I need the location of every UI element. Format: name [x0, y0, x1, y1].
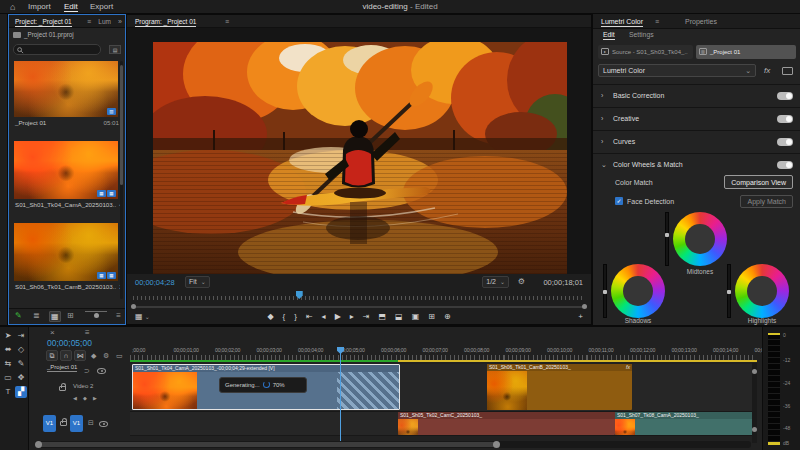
track-lock-icon[interactable]	[60, 421, 67, 426]
program-zoom-scrollbar[interactable]	[131, 304, 587, 309]
project-file-row[interactable]: _Project 01.prproj	[13, 31, 74, 38]
overflow-chevron-icon[interactable]: »	[118, 18, 122, 25]
project-item-sequence[interactable]: ▥ _Project 0105:01	[14, 61, 120, 126]
panel-menu-icon[interactable]: ≡	[655, 18, 659, 25]
comparison-view-icon[interactable]: ⊞	[428, 312, 435, 321]
lift-icon[interactable]: ⬒	[379, 312, 387, 321]
source-patch-icon[interactable]: ⊃	[84, 367, 90, 375]
track-v2-lane[interactable]: S01_Sh01_Tk04_CamA_20250103_-00;00;04;29…	[130, 364, 757, 412]
zoom-level-dropdown[interactable]: Fit⌄	[185, 276, 210, 288]
tab-project[interactable]: Project: _Project 01	[15, 18, 72, 27]
scroll-handle-left[interactable]	[131, 304, 136, 309]
proxy-toggle-icon[interactable]: ⊕	[444, 312, 451, 321]
section-curves[interactable]: › Curves	[593, 130, 800, 152]
section-color-wheels[interactable]: ⌄ Color Wheels & Match	[593, 153, 800, 175]
subtab-edit[interactable]: Edit	[603, 31, 615, 40]
chevron-right-icon[interactable]: ›	[601, 138, 603, 145]
section-creative[interactable]: › Creative	[593, 107, 800, 129]
scroll-handle-left[interactable]	[35, 441, 42, 448]
play-icon[interactable]: ▶	[335, 312, 341, 321]
project-item-clip2[interactable]: ▦▦ S01_Sh06_Tk01_CamB_20250103..2;18	[14, 223, 120, 290]
captions-icon[interactable]: ▭	[116, 352, 123, 360]
step-forward-icon[interactable]: ▸	[350, 312, 354, 321]
fx-icon[interactable]: fx	[764, 66, 770, 75]
scroll-handle-right[interactable]	[493, 441, 500, 448]
sequence-clip-button[interactable]: ▥_Project 01	[696, 45, 796, 59]
nest-toggle-icon[interactable]: ⧉	[46, 350, 58, 361]
clip-extended[interactable]: S01_Sh01_Tk04_CamA_20250103_-00;00;04;29…	[132, 364, 400, 410]
sequence-tab-label[interactable]: _Project 01	[47, 364, 77, 372]
export-frame-icon[interactable]: ▣	[412, 312, 420, 321]
pen-tool[interactable]: ✎	[15, 358, 27, 370]
program-scrubber[interactable]	[133, 292, 585, 300]
goto-in-icon[interactable]: ⇤	[306, 312, 313, 321]
section-toggle[interactable]	[777, 115, 793, 123]
selection-tool[interactable]: ➤	[2, 330, 14, 342]
linked-selection-icon[interactable]: ⋈	[74, 350, 86, 361]
section-toggle[interactable]	[777, 92, 793, 100]
vertical-scrollbar[interactable]	[752, 363, 757, 443]
monitor-settings-wrench-icon[interactable]: ⚙	[518, 277, 525, 286]
snap-toggle-icon[interactable]: ∩	[60, 350, 72, 361]
tab-lumetri-stacked[interactable]: Lum	[98, 18, 111, 25]
mark-out-icon[interactable]: }	[294, 312, 297, 321]
highlights-luma-slider[interactable]	[727, 264, 731, 318]
snapshot-icon[interactable]	[782, 67, 793, 75]
generative-extend-tool[interactable]: ▞	[15, 386, 27, 398]
track-select-tool[interactable]: ⇥	[15, 330, 27, 342]
program-video-frame[interactable]	[153, 42, 567, 274]
add-marker-icon[interactable]: ◆	[267, 312, 273, 321]
effect-dropdown[interactable]: Lumetri Color⌄	[598, 64, 756, 77]
mark-in-icon[interactable]: {	[283, 312, 286, 321]
icon-view-icon[interactable]: ▦	[49, 311, 61, 322]
scroll-handle-top[interactable]	[752, 369, 757, 374]
list-view-icon[interactable]: ≣	[33, 311, 40, 320]
section-toggle[interactable]	[777, 161, 793, 169]
step-back-icon[interactable]: ◂	[322, 312, 326, 321]
keyframe-add-icon[interactable]: ◆	[83, 395, 87, 401]
source-clip-button[interactable]: ▸Source - S01_Sh03_Tk04_..	[598, 45, 693, 59]
tab-lumetri-color[interactable]: Lumetri Color	[601, 18, 643, 27]
thumbnail-zoom-slider[interactable]	[85, 311, 107, 312]
timeline-ruler[interactable]: ;00;0000;00;01;0000;00;02;0000;00;03;000…	[130, 347, 757, 360]
collapsed-panel-strip[interactable]	[0, 14, 8, 325]
apply-match-button[interactable]: Apply Match	[740, 195, 793, 208]
panel-menu-icon[interactable]: ≡	[87, 18, 91, 25]
playback-resolution-dropdown[interactable]: 1/2⌄	[482, 276, 509, 288]
face-detection-checkbox[interactable]: ✓	[615, 197, 623, 205]
footer-menu-icon[interactable]: ≡	[116, 311, 121, 320]
media-filter-icon[interactable]: ▤	[109, 45, 121, 54]
track-target-v1-button[interactable]: V1	[70, 415, 83, 432]
section-toggle[interactable]	[777, 138, 793, 146]
track-mute-icon[interactable]: ⊟	[88, 419, 94, 427]
midtones-color-wheel[interactable]	[673, 212, 727, 266]
track-v1-lane[interactable]: S01_Sh05_Tk02_CamC_20250103_ S01_Sh07_Tk…	[130, 412, 757, 436]
clip-camb[interactable]: S01_Sh06_Tk01_CamB_20250103_ fx	[487, 364, 632, 410]
comparison-view-button[interactable]: Comparison View	[724, 175, 793, 189]
chevron-right-icon[interactable]: ›	[601, 115, 603, 122]
chevron-right-icon[interactable]: ›	[601, 92, 603, 99]
tab-program[interactable]: Program: _Project 01	[135, 18, 196, 27]
rectangle-tool[interactable]: ▭	[2, 372, 14, 384]
highlights-color-wheel[interactable]	[735, 264, 789, 318]
program-playhead[interactable]	[296, 291, 303, 299]
goto-out-icon[interactable]: ⇥	[363, 312, 370, 321]
track-output-eye-icon[interactable]	[97, 368, 106, 374]
panel-menu-icon[interactable]: ≡	[225, 18, 229, 25]
hand-tool[interactable]: ✥	[15, 372, 27, 384]
add-marker-icon[interactable]: ◆	[91, 352, 96, 360]
project-item-clip1[interactable]: ▦▦ S01_Sh01_Tk04_CamA_20250103..4;29	[14, 141, 120, 208]
scroll-handle-right[interactable]	[582, 304, 587, 309]
clip-cama2[interactable]: S01_Sh07_Tk08_CamA_20250103_	[615, 412, 757, 435]
search-input[interactable]	[13, 44, 101, 55]
scroll-handle-bottom[interactable]	[752, 427, 757, 432]
razor-tool[interactable]: ◇	[15, 344, 27, 356]
project-scrollbar[interactable]	[120, 61, 123, 299]
midtones-luma-slider[interactable]	[665, 212, 669, 266]
section-basic-correction[interactable]: › Basic Correction	[593, 84, 800, 106]
shadows-color-wheel[interactable]	[611, 264, 665, 318]
panel-menu-icon[interactable]: ≡	[85, 328, 90, 337]
shadows-luma-slider[interactable]	[603, 264, 607, 318]
timeline-settings-wrench-icon[interactable]: ⚙	[103, 352, 109, 360]
ripple-edit-tool[interactable]: ⬌	[2, 344, 14, 356]
